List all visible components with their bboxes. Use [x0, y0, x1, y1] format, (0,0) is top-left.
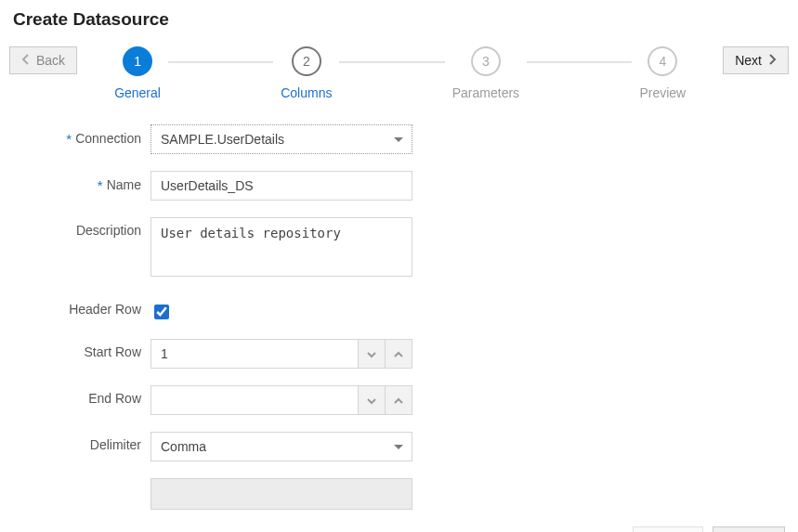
chevron-up-icon	[394, 346, 403, 361]
datasource-form: *Connection SAMPLE.UserDetails *Name Des…	[46, 124, 455, 510]
step-preview[interactable]: 4 Preview	[639, 46, 686, 100]
step-label: Preview	[639, 85, 686, 100]
next-button[interactable]: Next	[723, 46, 789, 74]
chevron-down-icon	[367, 393, 376, 408]
required-mark: *	[66, 131, 72, 147]
chevron-right-icon	[767, 53, 777, 68]
end-row-increment[interactable]	[385, 385, 412, 415]
step-label: Parameters	[452, 85, 519, 100]
create-button[interactable]: Create	[633, 526, 703, 532]
header-row-label: Header Row	[69, 302, 141, 317]
name-label: Name	[107, 177, 141, 192]
description-input[interactable]	[150, 217, 412, 277]
caret-down-icon	[393, 439, 404, 454]
header-row-checkbox[interactable]	[154, 305, 169, 319]
required-mark: *	[98, 177, 103, 193]
caret-down-icon	[393, 132, 404, 147]
next-button-label: Next	[735, 53, 762, 68]
end-row-decrement[interactable]	[358, 385, 386, 415]
page-title: Create Datasource	[13, 9, 789, 30]
step-label: Columns	[281, 85, 332, 100]
back-button[interactable]: Back	[9, 46, 77, 74]
chevron-down-icon	[367, 346, 376, 361]
connection-label: Connection	[75, 131, 141, 146]
delimiter-value: Comma	[161, 439, 206, 454]
step-line	[339, 61, 444, 63]
step-circle: 2	[292, 46, 321, 76]
step-circle: 4	[648, 46, 677, 76]
description-label: Description	[76, 223, 141, 238]
step-circle: 3	[471, 46, 501, 76]
connection-select[interactable]: SAMPLE.UserDetails	[150, 124, 412, 154]
cancel-button[interactable]: Cancel	[713, 526, 785, 532]
end-row-label: End Row	[88, 391, 141, 406]
step-columns[interactable]: 2 Columns	[281, 46, 332, 100]
step-line	[527, 61, 632, 63]
delimiter-label: Delimiter	[90, 437, 141, 452]
chevron-left-icon	[21, 53, 31, 68]
start-row-increment[interactable]	[385, 339, 412, 369]
wizard-stepper: 1 General 2 Columns 3 Parameters 4 Previ…	[114, 46, 686, 100]
connection-value: SAMPLE.UserDetails	[161, 132, 284, 147]
back-button-label: Back	[36, 53, 65, 68]
step-parameters[interactable]: 3 Parameters	[452, 46, 519, 100]
step-line	[168, 61, 273, 63]
start-row-input[interactable]	[150, 339, 358, 369]
step-label: General	[114, 85, 161, 100]
step-general[interactable]: 1 General	[114, 46, 161, 100]
chevron-up-icon	[394, 393, 403, 408]
start-row-decrement[interactable]	[358, 339, 386, 369]
end-row-input[interactable]	[150, 385, 358, 415]
start-row-label: Start Row	[85, 344, 141, 359]
delimiter-select[interactable]: Comma	[150, 432, 412, 461]
step-circle: 1	[123, 46, 152, 76]
name-input[interactable]	[150, 171, 412, 201]
disabled-input-placeholder	[150, 478, 412, 510]
